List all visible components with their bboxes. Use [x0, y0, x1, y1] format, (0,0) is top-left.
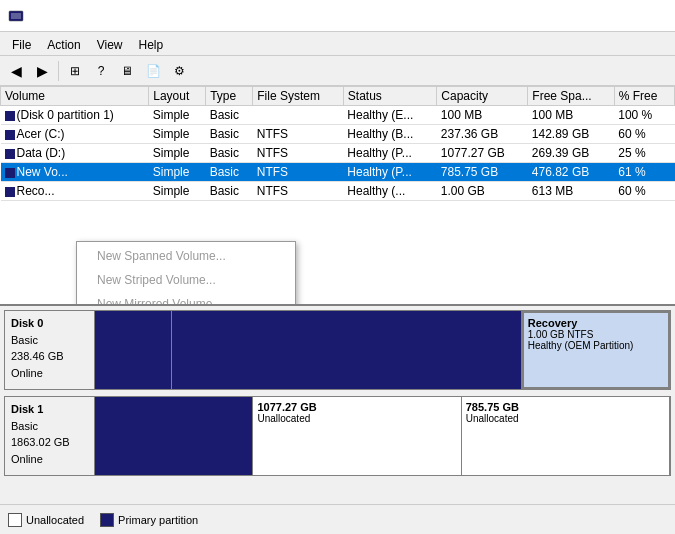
- table-cell: 237.36 GB: [437, 125, 528, 144]
- disk-segment[interactable]: 785.75 GBUnallocated: [462, 397, 670, 475]
- back-button[interactable]: ◀: [4, 59, 28, 83]
- table-cell: Data (D:): [1, 144, 149, 163]
- forward-button[interactable]: ▶: [30, 59, 54, 83]
- toolbar-btn-4[interactable]: ?: [89, 59, 113, 83]
- menu-item-view[interactable]: View: [89, 34, 131, 53]
- context-menu-item[interactable]: New Striped Volume...: [77, 268, 295, 292]
- menu-item-file[interactable]: File: [4, 34, 39, 53]
- volume-table-container[interactable]: Volume Layout Type File System Status Ca…: [0, 86, 675, 306]
- col-layout: Layout: [149, 87, 206, 106]
- volume-table: Volume Layout Type File System Status Ca…: [0, 86, 675, 201]
- table-cell: Acer (C:): [1, 125, 149, 144]
- table-cell: (Disk 0 partition 1): [1, 106, 149, 125]
- table-cell: NTFS: [253, 182, 344, 201]
- legend-primary-label: Primary partition: [118, 514, 198, 526]
- table-cell: 1077.27 GB: [437, 144, 528, 163]
- row-icon: [5, 130, 15, 140]
- segment-size: Unallocated: [466, 413, 665, 424]
- col-pctfree: % Free: [614, 87, 674, 106]
- col-volume: Volume: [1, 87, 149, 106]
- toolbar-btn-6[interactable]: 📄: [141, 59, 165, 83]
- table-cell: Simple: [149, 144, 206, 163]
- toolbar-btn-5[interactable]: 🖥: [115, 59, 139, 83]
- legend: Unallocated Primary partition: [0, 504, 675, 534]
- disk-panels: Disk 0Basic238.46 GBOnlineRecovery1.00 G…: [0, 306, 675, 504]
- legend-unallocated: Unallocated: [8, 513, 84, 527]
- table-cell: 785.75 GB: [437, 163, 528, 182]
- table-row[interactable]: Data (D:)SimpleBasicNTFSHealthy (P...107…: [1, 144, 675, 163]
- segment-label: Recovery: [528, 317, 664, 329]
- table-cell: 100 %: [614, 106, 674, 125]
- table-cell: NTFS: [253, 144, 344, 163]
- table-cell: 25 %: [614, 144, 674, 163]
- segment-label: 1077.27 GB: [257, 401, 456, 413]
- disk-segment[interactable]: Recovery1.00 GB NTFSHealthy (OEM Partiti…: [522, 311, 670, 389]
- table-cell: Simple: [149, 163, 206, 182]
- disk-segment[interactable]: 1077.27 GBUnallocated: [253, 397, 461, 475]
- context-menu-item[interactable]: New Mirrored Volume...: [77, 292, 295, 306]
- col-type: Type: [206, 87, 253, 106]
- toolbar-btn-3[interactable]: ⊞: [63, 59, 87, 83]
- menu-item-help[interactable]: Help: [131, 34, 172, 53]
- table-row[interactable]: Reco...SimpleBasicNTFSHealthy (...1.00 G…: [1, 182, 675, 201]
- row-icon: [5, 149, 15, 159]
- toolbar: ◀ ▶ ⊞ ? 🖥 📄 ⚙: [0, 56, 675, 86]
- table-row[interactable]: (Disk 0 partition 1)SimpleBasicHealthy (…: [1, 106, 675, 125]
- toolbar-separator-1: [58, 61, 59, 81]
- legend-primary-box: [100, 513, 114, 527]
- menu-bar: FileActionViewHelp: [0, 32, 675, 56]
- disk-row: Disk 1Basic1863.02 GBOnline1077.27 GBUna…: [4, 396, 671, 476]
- app-icon: [8, 8, 24, 24]
- table-cell: Basic: [206, 125, 253, 144]
- table-cell: 613 MB: [528, 182, 614, 201]
- table-cell: Basic: [206, 163, 253, 182]
- title-bar: [0, 0, 675, 32]
- table-cell: NTFS: [253, 125, 344, 144]
- table-cell: Simple: [149, 106, 206, 125]
- table-cell: New Vo...: [1, 163, 149, 182]
- toolbar-btn-7[interactable]: ⚙: [167, 59, 191, 83]
- context-menu[interactable]: New Spanned Volume...New Striped Volume.…: [76, 241, 296, 306]
- legend-primary: Primary partition: [100, 513, 198, 527]
- table-cell: 100 MB: [437, 106, 528, 125]
- minimize-button[interactable]: [581, 6, 607, 26]
- close-button[interactable]: [641, 6, 667, 26]
- table-cell: [253, 106, 344, 125]
- table-cell: Healthy (P...: [343, 163, 437, 182]
- table-cell: Healthy (P...: [343, 144, 437, 163]
- disk-segment[interactable]: [95, 311, 172, 389]
- main-content: Volume Layout Type File System Status Ca…: [0, 86, 675, 534]
- col-filesystem: File System: [253, 87, 344, 106]
- table-cell: 142.89 GB: [528, 125, 614, 144]
- table-cell: Healthy (...: [343, 182, 437, 201]
- disk-label: Disk 0Basic238.46 GBOnline: [5, 311, 95, 389]
- col-capacity: Capacity: [437, 87, 528, 106]
- disk-row: Disk 0Basic238.46 GBOnlineRecovery1.00 G…: [4, 310, 671, 390]
- table-header: Volume Layout Type File System Status Ca…: [1, 87, 675, 106]
- table-body: (Disk 0 partition 1)SimpleBasicHealthy (…: [1, 106, 675, 201]
- disk-segments: Recovery1.00 GB NTFSHealthy (OEM Partiti…: [95, 311, 670, 389]
- disk-segment[interactable]: [95, 397, 253, 475]
- table-cell: Simple: [149, 182, 206, 201]
- table-row[interactable]: New Vo...SimpleBasicNTFSHealthy (P...785…: [1, 163, 675, 182]
- disk-segment[interactable]: [172, 311, 522, 389]
- disk-label: Disk 1Basic1863.02 GBOnline: [5, 397, 95, 475]
- table-cell: Healthy (E...: [343, 106, 437, 125]
- table-cell: 60 %: [614, 182, 674, 201]
- table-cell: 269.39 GB: [528, 144, 614, 163]
- table-cell: 1.00 GB: [437, 182, 528, 201]
- col-status: Status: [343, 87, 437, 106]
- maximize-button[interactable]: [611, 6, 637, 26]
- table-cell: Simple: [149, 125, 206, 144]
- table-cell: 476.82 GB: [528, 163, 614, 182]
- table-cell: 100 MB: [528, 106, 614, 125]
- table-cell: Basic: [206, 106, 253, 125]
- table-cell: 60 %: [614, 125, 674, 144]
- row-icon: [5, 111, 15, 121]
- table-cell: Basic: [206, 144, 253, 163]
- menu-item-action[interactable]: Action: [39, 34, 88, 53]
- legend-unalloc-box: [8, 513, 22, 527]
- segment-size: Unallocated: [257, 413, 456, 424]
- table-row[interactable]: Acer (C:)SimpleBasicNTFSHealthy (B...237…: [1, 125, 675, 144]
- context-menu-item[interactable]: New Spanned Volume...: [77, 244, 295, 268]
